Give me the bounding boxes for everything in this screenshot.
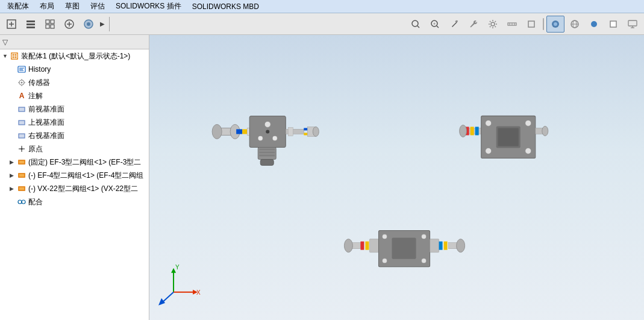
toolbar-btn-view-active[interactable] — [546, 16, 564, 33]
svg-point-80 — [525, 148, 531, 154]
sensor-icon — [17, 78, 27, 87]
svg-rect-44 — [19, 174, 24, 177]
expand-arrow-vx22[interactable]: ▶ — [10, 186, 17, 192]
tree-item-vx22[interactable]: ▶ (-) VX-22型二阀组<1> (VX-22型二 — [0, 182, 149, 195]
mate-icon — [17, 197, 27, 207]
expand-arrow-ef4[interactable]: ▶ — [10, 172, 17, 178]
menu-sw-plugins[interactable]: SOLIDWORKS 插件 — [111, 0, 186, 13]
tree-item-history[interactable]: History — [0, 63, 149, 76]
filter-icon: ▽ — [2, 38, 8, 46]
svg-rect-74 — [475, 127, 479, 135]
feature-tree: ▼ 装配体1 (默认<默认_显示状态-1>) — [0, 49, 149, 320]
svg-rect-54 — [247, 128, 249, 135]
svg-point-47 — [18, 200, 22, 204]
main-area: ▽ ▼ 装配体1 (默认<默认_显示状态-1>) — [0, 35, 644, 320]
ef3-icon — [17, 157, 27, 167]
svg-point-10 — [87, 22, 90, 26]
menu-sw-mbd[interactable]: SOLIDWORKS MBD — [187, 1, 264, 12]
svg-line-14 — [437, 26, 439, 28]
svg-rect-63 — [304, 133, 307, 135]
menu-bar: 装配体 布局 草图 评估 SOLIDWORKS 插件 SOLIDWORKS MB… — [0, 0, 644, 13]
svg-rect-52 — [236, 129, 242, 134]
svg-rect-82 — [498, 128, 519, 146]
tree-item-sensor[interactable]: 传感器 — [0, 76, 149, 89]
svg-rect-2 — [27, 24, 35, 25]
annotation-label: 注解 — [28, 91, 43, 101]
toolbar-btn-list[interactable] — [22, 16, 40, 33]
3d-viewport[interactable]: Y X — [149, 35, 644, 320]
svg-point-92 — [422, 234, 427, 239]
front-plane-label: 前视基准面 — [28, 104, 64, 115]
svg-rect-67 — [259, 148, 275, 150]
svg-point-40 — [21, 148, 23, 150]
origin-label: 原点 — [28, 144, 43, 154]
tree-item-origin[interactable]: 原点 — [0, 142, 149, 155]
menu-evaluate[interactable]: 评估 — [86, 0, 110, 13]
svg-rect-97 — [439, 242, 443, 250]
toolbar: ▶ + — [0, 13, 644, 35]
toolbar-btn-gear[interactable] — [484, 16, 502, 33]
history-label: History — [28, 65, 51, 74]
toolbar-btn-white-square[interactable] — [604, 16, 622, 33]
toolbar-btn-globe[interactable] — [566, 16, 584, 33]
ef4-label: (-) EF-4型二阀组<1> (EF-4型二阀组 — [28, 171, 143, 181]
tree-item-ef3[interactable]: ▶ (固定) EF-3型二阀组<1> (EF-3型二 — [0, 155, 149, 169]
svg-point-11 — [412, 20, 418, 27]
toolbar-btn-circle[interactable] — [80, 16, 98, 33]
svg-point-86 — [344, 239, 352, 253]
toolbar-btn-monitor[interactable] — [624, 16, 642, 33]
svg-marker-108 — [158, 298, 165, 306]
svg-rect-26 — [610, 21, 616, 27]
svg-rect-98 — [444, 242, 448, 250]
toolbar-btn-plus[interactable] — [60, 16, 78, 33]
tree-item-top-plane[interactable]: 上视基准面 — [0, 116, 149, 129]
sidebar-filter-bar: ▽ — [0, 35, 149, 49]
expand-arrow-root[interactable]: ▼ — [2, 53, 10, 59]
svg-text:X: X — [196, 289, 201, 296]
toolbar-btn-wrench[interactable] — [464, 16, 483, 33]
tree-item-right-plane[interactable]: 右视基准面 — [0, 129, 149, 142]
svg-point-58 — [258, 136, 263, 140]
svg-line-12 — [417, 26, 419, 28]
toolbar-btn-grid[interactable] — [41, 16, 59, 33]
svg-point-50 — [212, 124, 222, 139]
svg-rect-70 — [260, 159, 274, 165]
toolbar-btn-search2[interactable]: + — [426, 16, 444, 33]
toolbar-btn-box[interactable] — [522, 16, 540, 33]
menu-sketch[interactable]: 草图 — [60, 0, 84, 13]
tree-item-annotation[interactable]: A 注解 — [0, 89, 149, 102]
svg-rect-89 — [369, 239, 378, 253]
tree-item-front-plane[interactable]: 前视基准面 — [0, 102, 149, 116]
svg-point-17 — [491, 22, 495, 26]
tree-item-ef4[interactable]: ▶ (-) EF-4型二阀组<1> (EF-4型二阀组 — [0, 169, 149, 182]
expand-arrow-ef3[interactable]: ▶ — [10, 159, 17, 165]
toolbar-btn-new[interactable] — [2, 16, 20, 33]
svg-rect-4 — [46, 20, 49, 24]
svg-rect-96 — [430, 239, 439, 253]
tree-root-assembly[interactable]: ▼ 装配体1 (默认<默认_显示状态-1>) — [0, 49, 149, 63]
svg-rect-88 — [365, 242, 369, 250]
svg-rect-5 — [51, 20, 54, 24]
svg-rect-87 — [360, 242, 364, 250]
svg-rect-36 — [19, 121, 25, 125]
viewport-svg: Y X — [149, 35, 644, 320]
tree-item-mate[interactable]: 配合 — [0, 195, 149, 209]
toolbar-expand-arrow[interactable]: ▶ — [99, 16, 106, 33]
svg-point-93 — [382, 259, 387, 263]
svg-rect-95 — [392, 238, 416, 259]
sensor-label: 传感器 — [28, 78, 50, 88]
toolbar-btn-pencil[interactable] — [445, 16, 463, 33]
menu-layout[interactable]: 布局 — [35, 0, 59, 13]
svg-rect-69 — [259, 154, 275, 156]
svg-point-57 — [266, 130, 269, 133]
origin-icon — [17, 144, 27, 154]
toolbar-btn-blue-dot[interactable] — [585, 16, 603, 33]
toolbar-btn-measure[interactable] — [503, 16, 521, 33]
menu-assembly[interactable]: 装配体 — [2, 0, 34, 13]
ef3-label: (固定) EF-3型二阀组<1> (EF-3型二 — [28, 157, 141, 168]
vx22-icon — [17, 184, 27, 193]
svg-rect-61 — [288, 127, 293, 136]
top-plane-label: 上视基准面 — [28, 118, 64, 128]
toolbar-btn-search1[interactable] — [407, 16, 425, 33]
svg-rect-37 — [19, 134, 25, 138]
